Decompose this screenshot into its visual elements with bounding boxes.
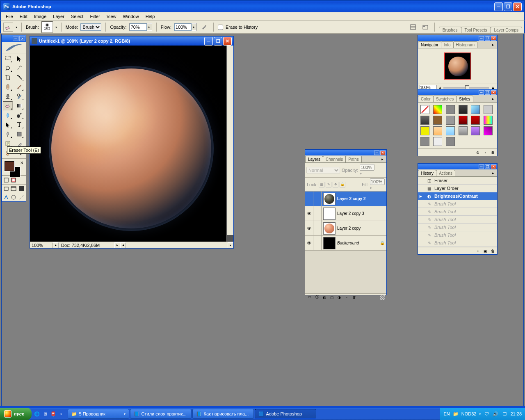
tab-history[interactable]: History bbox=[418, 170, 436, 176]
history-item[interactable]: ▸◐Brightness/Contrast bbox=[418, 192, 497, 200]
quickmask-icon[interactable] bbox=[10, 177, 17, 183]
tray-folder-icon[interactable]: 📁 bbox=[452, 411, 459, 417]
eraser-tool-icon[interactable] bbox=[3, 23, 13, 32]
pen-tool[interactable] bbox=[3, 130, 13, 139]
styles-new-icon[interactable]: ▫ bbox=[482, 150, 488, 155]
layer-set-icon[interactable]: ▢ bbox=[329, 294, 335, 300]
styles-maximize[interactable]: ❐ bbox=[485, 90, 490, 95]
history-item[interactable]: ✎Brush Tool bbox=[418, 231, 497, 239]
menu-image[interactable]: Image bbox=[31, 13, 50, 20]
flow-flyout[interactable]: ▸ bbox=[192, 24, 196, 30]
clock[interactable]: 21:28 bbox=[510, 411, 522, 416]
styles-close[interactable]: ✕ bbox=[491, 90, 496, 95]
blend-mode-select[interactable]: Normal bbox=[306, 167, 340, 173]
layer-trash-icon[interactable]: 🗑 bbox=[351, 294, 357, 300]
lock-paint-icon[interactable]: ✎ bbox=[326, 182, 331, 187]
style-swatch-7[interactable] bbox=[433, 116, 442, 125]
layer-adjust-icon[interactable]: ◑ bbox=[336, 294, 342, 300]
lock-all-icon[interactable]: 🔒 bbox=[340, 182, 345, 187]
screen-full-icon[interactable] bbox=[18, 185, 25, 192]
style-swatch-19[interactable] bbox=[433, 137, 442, 146]
brush-preview[interactable]: 163 bbox=[41, 21, 53, 33]
history-item[interactable]: ✎Brush Tool bbox=[418, 216, 497, 224]
visibility-icon[interactable]: 👁 bbox=[305, 206, 313, 221]
style-swatch-12[interactable] bbox=[420, 126, 429, 135]
zoom-field[interactable]: 100% bbox=[30, 243, 53, 248]
hist-menu-icon[interactable]: ▸ bbox=[490, 171, 496, 176]
docked-tab-layer-comps[interactable]: Layer Comps bbox=[491, 27, 522, 33]
nav-maximize[interactable]: ❐ bbox=[485, 36, 490, 41]
doc-maximize-button[interactable]: ❐ bbox=[214, 37, 222, 46]
hist-close[interactable]: ✕ bbox=[491, 164, 496, 169]
styles-menu-icon[interactable]: ▸ bbox=[490, 96, 496, 101]
tray-volume-icon[interactable]: 🔊 bbox=[492, 411, 499, 417]
style-swatch-16[interactable] bbox=[471, 126, 480, 135]
resize-grip[interactable] bbox=[380, 295, 385, 300]
style-swatch-8[interactable] bbox=[446, 116, 455, 125]
layers-menu-icon[interactable]: ▸ bbox=[379, 157, 385, 162]
tray-expand-icon[interactable]: » bbox=[479, 412, 481, 416]
style-swatch-11[interactable] bbox=[484, 116, 493, 125]
layer-fill-input[interactable] bbox=[370, 178, 385, 185]
screen-standard-icon[interactable] bbox=[3, 185, 9, 192]
style-swatch-18[interactable] bbox=[420, 137, 429, 146]
style-swatch-6[interactable] bbox=[420, 116, 429, 125]
extra-icon-2[interactable] bbox=[18, 194, 25, 201]
close-button[interactable]: ✕ bbox=[513, 2, 522, 11]
layer-new-icon[interactable]: ▫ bbox=[344, 294, 349, 300]
visibility-icon[interactable]: 👁 bbox=[305, 236, 313, 250]
scroll-left-icon[interactable]: ◂ bbox=[120, 242, 126, 248]
hist-snap-icon[interactable]: ▣ bbox=[482, 248, 488, 254]
layers-close[interactable]: ✕ bbox=[380, 151, 386, 155]
tab-color[interactable]: Color bbox=[418, 96, 434, 102]
tab-info[interactable]: Info bbox=[441, 41, 454, 48]
status-flyout-2[interactable]: ▸ bbox=[114, 242, 120, 248]
taskbar-button[interactable]: 📘Как нарисовать пла... bbox=[192, 409, 254, 419]
style-swatch-2[interactable] bbox=[446, 105, 455, 114]
history-item[interactable]: ▤Layer Order bbox=[418, 185, 497, 192]
lock-move-icon[interactable]: ✥ bbox=[333, 182, 338, 187]
styles-break-icon[interactable]: ⊘ bbox=[475, 150, 481, 155]
menu-filter[interactable]: Filter bbox=[87, 13, 103, 20]
type-tool[interactable] bbox=[14, 120, 24, 129]
tab-styles[interactable]: Styles bbox=[456, 96, 473, 102]
slice-tool[interactable] bbox=[14, 73, 24, 82]
layer-mask-icon[interactable]: ◐ bbox=[322, 294, 327, 300]
layer-fx-icon[interactable]: ⓕ bbox=[314, 294, 320, 300]
maximize-button[interactable]: ❐ bbox=[504, 2, 512, 11]
visibility-icon[interactable]: 👁 bbox=[305, 221, 313, 235]
layer-row[interactable]: Layer 2 copy 2 bbox=[305, 192, 386, 206]
path-select-tool[interactable] bbox=[3, 120, 13, 129]
layer-opacity-input[interactable] bbox=[360, 164, 374, 171]
screen-full-menubar-icon[interactable] bbox=[10, 185, 17, 192]
crop-tool[interactable] bbox=[3, 73, 13, 82]
history-item[interactable]: ✎Brush Tool bbox=[418, 200, 497, 208]
brush-tool[interactable] bbox=[14, 82, 24, 91]
flow-input[interactable] bbox=[174, 23, 192, 31]
ql-app-icon[interactable]: 📮 bbox=[50, 409, 57, 418]
airbrush-icon[interactable] bbox=[199, 23, 209, 32]
style-swatch-10[interactable] bbox=[471, 116, 480, 125]
status-flyout[interactable]: ▸ bbox=[53, 242, 59, 248]
tab-channels[interactable]: Channels bbox=[323, 156, 346, 162]
tray-monitor-icon[interactable]: 🖵 bbox=[501, 411, 508, 417]
standard-mode-icon[interactable] bbox=[3, 177, 9, 183]
extra-icon-1[interactable] bbox=[10, 194, 17, 201]
gradient-tool[interactable] bbox=[14, 101, 24, 110]
move-tool[interactable] bbox=[14, 54, 24, 63]
menu-view[interactable]: View bbox=[103, 13, 120, 20]
doc-close-button[interactable]: ✕ bbox=[223, 37, 232, 46]
shape-tool[interactable] bbox=[14, 130, 24, 139]
history-item[interactable]: ✎Brush Tool bbox=[418, 224, 497, 231]
history-item[interactable]: ✎Brush Tool bbox=[418, 239, 497, 247]
file-browser-icon[interactable] bbox=[420, 23, 430, 32]
wand-tool[interactable] bbox=[14, 64, 24, 73]
layer-link-icon[interactable]: ⬭ bbox=[307, 294, 313, 300]
start-button[interactable]: пуск bbox=[0, 408, 32, 420]
lock-trans-icon[interactable]: ▦ bbox=[319, 182, 324, 187]
history-brush-tool[interactable] bbox=[14, 92, 24, 101]
hist-maximize[interactable]: ❐ bbox=[485, 164, 490, 169]
nav-close[interactable]: ✕ bbox=[491, 36, 496, 41]
blur-tool[interactable] bbox=[3, 111, 13, 120]
style-swatch-9[interactable] bbox=[459, 116, 468, 125]
